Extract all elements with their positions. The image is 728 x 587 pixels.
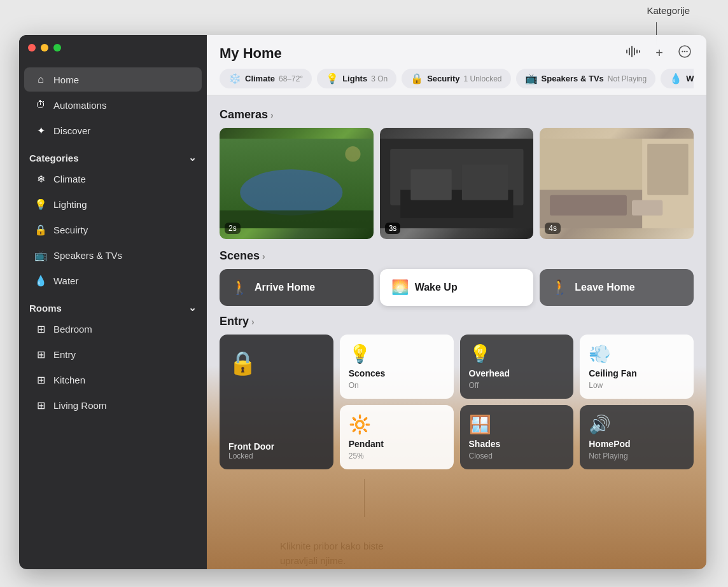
header-actions: + (624, 44, 694, 62)
ceiling-fan-name: Ceiling Fan (589, 368, 685, 378)
chip-speakers[interactable]: 📺 Speakers & TVs Not Playing (516, 69, 656, 88)
sidebar-item-home[interactable]: ⌂ Home (24, 67, 202, 92)
camera-3-badge: 4s (545, 223, 561, 234)
main-header-top: My Home + (220, 44, 694, 62)
sidebar-item-living[interactable]: ⊞ Living Room (24, 393, 202, 417)
sidebar-item-kitchen-label: Kitchen (53, 375, 85, 385)
sidebar-item-discover[interactable]: ✦ Discover (24, 118, 202, 142)
category-chips: ❄️ Climate 68–72° 💡 Lights 3 On 🔒 Securi… (220, 69, 694, 95)
chip-climate-sub: 68–72° (279, 74, 303, 83)
device-front-door[interactable]: 🔒 Front Door Locked (220, 335, 333, 469)
discover-icon: ✦ (34, 124, 47, 137)
svg-rect-3 (634, 48, 635, 55)
categories-chevron[interactable]: ⌄ (188, 152, 197, 163)
device-pendant[interactable]: 🔆 Pendant 25% (340, 405, 454, 469)
homepod-name: HomePod (589, 439, 685, 449)
chip-security[interactable]: 🔒 Security 1 Unlocked (402, 69, 510, 88)
camera-2[interactable]: 1s (380, 128, 534, 239)
sidebar-item-water-label: Water (53, 275, 78, 286)
sidebar-item-speakers[interactable]: 📺 Speakers & TVs (24, 243, 202, 267)
rooms-header: Rooms ⌄ (19, 293, 207, 316)
chip-climate-label: Climate (245, 74, 275, 83)
more-button[interactable] (676, 44, 694, 62)
entry-icon: ⊞ (34, 348, 47, 361)
sidebar-item-home-label: Home (53, 74, 79, 85)
sconces-name: Sconces (349, 368, 445, 378)
scroll-content[interactable]: Cameras › (207, 95, 706, 569)
climate-icon: ❄ (34, 172, 47, 185)
bedroom-icon: ⊞ (34, 322, 47, 335)
security-icon: 🔒 (34, 223, 47, 236)
scenes-chevron: › (262, 251, 265, 261)
scene-leave-home[interactable]: 🚶 Leave Home (540, 269, 694, 306)
arrive-home-label: Arrive Home (255, 282, 315, 293)
chip-water-label: Water (686, 74, 694, 83)
shades-icon: 🪟 (469, 414, 565, 435)
svg-point-13 (345, 146, 360, 162)
chip-speakers-sub: Not Playing (608, 74, 647, 83)
sidebar-item-automations[interactable]: ⏱ Automations (24, 93, 202, 117)
chip-climate[interactable]: ❄️ Climate 68–72° (220, 69, 312, 88)
chip-lights[interactable]: 💡 Lights 3 On (317, 69, 396, 88)
camera-3[interactable]: 4s (540, 128, 694, 239)
sidebar-item-security[interactable]: 🔒 Secuirty (24, 218, 202, 242)
overhead-icon: 💡 (469, 343, 565, 364)
sidebar-item-climate[interactable]: ❄ Climate (24, 167, 202, 191)
arrive-home-icon: 🚶 (231, 279, 248, 296)
main-content: My Home + (207, 35, 706, 569)
ceiling-fan-icon: 💨 (589, 343, 685, 364)
sidebar-item-living-label: Living Room (53, 400, 106, 411)
chip-water[interactable]: 💧 Water Off (661, 69, 694, 88)
sidebar-item-bedroom[interactable]: ⊞ Bedroom (24, 317, 202, 341)
cameras-section-header[interactable]: Cameras › (220, 108, 694, 121)
device-sconces[interactable]: 💡 Sconces On (340, 335, 454, 399)
sidebar: ⌂ Home ⏱ Automations ✦ Discover Categori… (19, 35, 207, 569)
minimize-button[interactable] (41, 44, 48, 52)
svg-rect-1 (629, 48, 630, 55)
waveform-button[interactable] (624, 45, 643, 62)
cameras-chevron: › (270, 110, 274, 120)
sidebar-item-water[interactable]: 💧 Water (24, 268, 202, 293)
leave-home-label: Leave Home (575, 282, 634, 293)
device-shades[interactable]: 🪟 Shades Closed (460, 405, 574, 469)
entry-label: Entry (220, 315, 249, 328)
close-button[interactable] (28, 44, 36, 52)
scene-arrive-home[interactable]: 🚶 Arrive Home (220, 269, 374, 306)
sidebar-item-speakers-label: Speakers & TVs (53, 250, 122, 261)
camera-1-badge: 2s (225, 223, 241, 234)
svg-rect-5 (639, 50, 640, 53)
speakers-icon: 📺 (34, 249, 47, 261)
maximize-button[interactable] (53, 44, 61, 52)
callout-top-label: Kategorije (647, 5, 690, 16)
device-overhead[interactable]: 💡 Overhead Off (460, 335, 574, 399)
chip-lights-icon: 💡 (326, 73, 339, 85)
add-button[interactable]: + (653, 45, 666, 62)
living-room-icon: ⊞ (34, 399, 47, 411)
chip-security-icon: 🔒 (410, 73, 423, 85)
camera-1[interactable]: 2s (220, 128, 374, 239)
content-inner: Cameras › (207, 95, 706, 478)
entry-grid: 🔒 Front Door Locked 💡 Sconces On (220, 335, 694, 469)
svg-rect-23 (550, 195, 627, 216)
lighting-icon: 💡 (34, 198, 47, 211)
chip-lights-label: Lights (342, 74, 367, 83)
chip-speakers-icon: 📺 (525, 73, 538, 85)
sidebar-item-lighting[interactable]: 💡 Lighting (24, 192, 202, 216)
pendant-status: 25% (349, 452, 445, 460)
sidebar-item-entry[interactable]: ⊞ Entry (24, 342, 202, 366)
svg-point-11 (240, 169, 342, 216)
sconces-status: On (349, 381, 445, 390)
chip-water-icon: 💧 (669, 73, 682, 85)
chip-security-sub: 1 Unlocked (463, 74, 501, 83)
scene-wake-up[interactable]: 🌅 Wake Up (380, 269, 534, 306)
device-ceiling-fan[interactable]: 💨 Ceiling Fan Low (580, 335, 694, 399)
sidebar-item-kitchen[interactable]: ⊞ Kitchen (24, 368, 202, 392)
rooms-chevron[interactable]: ⌄ (188, 302, 197, 314)
svg-rect-12 (220, 211, 374, 228)
svg-rect-21 (648, 144, 689, 195)
scenes-label: Scenes (220, 249, 260, 263)
device-homepod[interactable]: 🔊 HomePod Not Playing (580, 405, 694, 469)
scenes-section-header[interactable]: Scenes › (220, 249, 694, 263)
homepod-status: Not Playing (589, 452, 685, 460)
entry-section-header[interactable]: Entry › (220, 315, 694, 328)
